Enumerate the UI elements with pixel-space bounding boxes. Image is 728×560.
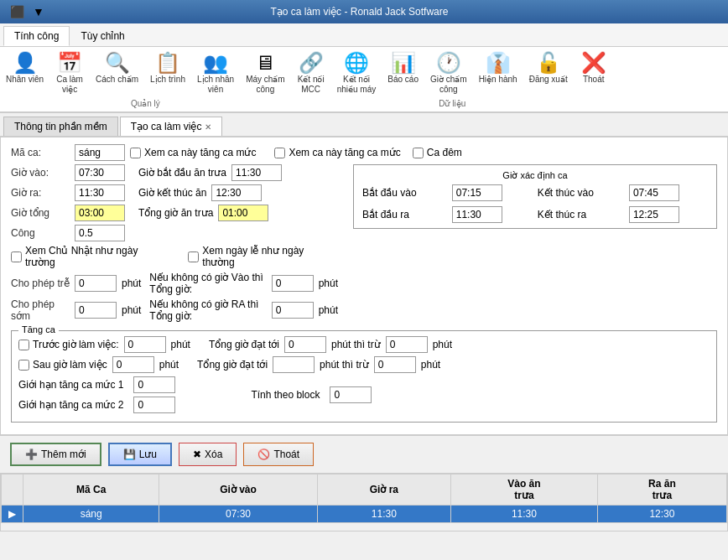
ribbon-nhanvien[interactable]: 👤 Nhân viên bbox=[0, 50, 49, 97]
check-saugio[interactable] bbox=[18, 360, 29, 371]
maychamcong-icon: 🖥 bbox=[255, 53, 275, 73]
quick-access-toolbar[interactable]: ⬛ ▼ bbox=[7, 3, 48, 20]
check-ngayle[interactable] bbox=[188, 251, 199, 262]
tab-thongtin[interactable]: Thông tin phần mềm bbox=[3, 117, 118, 136]
check-truocgio[interactable] bbox=[18, 340, 29, 350]
check-ngayle-label[interactable]: Xem ngày lễ như ngày thường bbox=[188, 245, 338, 268]
xoa-button[interactable]: ✖ Xóa bbox=[179, 443, 237, 466]
saugio-truval[interactable] bbox=[374, 356, 416, 373]
qa-dropdown[interactable]: ▼ bbox=[29, 3, 48, 20]
data-table-wrapper: Mã Ca Giờ vào Giờ ra Vào ăntrưa Ra ăntrư… bbox=[0, 473, 728, 531]
giovao-input[interactable] bbox=[75, 164, 125, 181]
giotong-label: Giờ tổng bbox=[11, 207, 70, 219]
saugio-tonggiolabel: Tổng giờ đạt tới bbox=[197, 359, 268, 371]
tonggioantrua-input[interactable] bbox=[218, 205, 268, 221]
chophepsom-unit: phút bbox=[122, 304, 141, 316]
row-maca: Mã ca: Xem ca này tăng ca mức Xem ca này… bbox=[11, 144, 717, 161]
tab-tuychon[interactable]: Tùy chỉnh bbox=[70, 26, 135, 46]
batdauvao-input[interactable] bbox=[452, 184, 502, 201]
chophepsom-val2[interactable] bbox=[272, 302, 314, 319]
app-title: Tạo ca làm việc - Ronald Jack Sotfware bbox=[270, 6, 448, 18]
chopheptre-unit: phút bbox=[122, 277, 141, 289]
ribbon-ketnoi-mcc[interactable]: 🔗 Kết nốiMCC bbox=[291, 50, 331, 97]
giotong-input[interactable] bbox=[75, 205, 125, 221]
ribbon-ketnoi-nhieu-label: Kết nốinhiều máy bbox=[337, 75, 377, 95]
chopheptre-val2[interactable] bbox=[272, 275, 314, 292]
ribbon-baocao[interactable]: 📊 Báo cáo bbox=[382, 50, 424, 97]
row-gioi-han: Giới hạn tăng ca mức 1 Giới hạn tăng ca … bbox=[18, 376, 710, 417]
check-chunhat-label[interactable]: Xem Chủ Nhật như ngày trường bbox=[11, 245, 169, 268]
chopheptre-unit2: phút bbox=[319, 277, 338, 289]
giobatdauan-label: Giờ bắt đầu ăn trưa bbox=[138, 167, 226, 179]
check-cadem[interactable] bbox=[413, 148, 424, 158]
qa-icon[interactable]: ⬛ bbox=[7, 3, 28, 20]
chophepsom-input[interactable] bbox=[75, 302, 117, 319]
chophepsom-unit2: phút bbox=[319, 304, 338, 316]
thoat-button[interactable]: 🚫 Thoát bbox=[243, 443, 314, 466]
ribbon-maychamcong[interactable]: 🖥 Máy chấmcông bbox=[240, 50, 291, 97]
gio-xac-dinh-title: Giờ xác định ca bbox=[362, 170, 708, 181]
cong-input[interactable] bbox=[75, 225, 125, 241]
giora-input[interactable] bbox=[75, 184, 125, 201]
giora-label: Giờ ra: bbox=[11, 187, 70, 199]
batdaura-input[interactable] bbox=[452, 206, 502, 223]
saugio-tongval[interactable] bbox=[273, 356, 315, 373]
gioketthucn-label: Giờ kết thúc ăn bbox=[138, 187, 206, 199]
saugio-label: Sau giờ làm việc bbox=[33, 359, 107, 371]
check-tangca2[interactable] bbox=[274, 148, 285, 158]
group-dulieu-label: Dữ liệu bbox=[291, 99, 614, 108]
ribbon-gio-cham-cong[interactable]: 🕐 Giờ chấmcông bbox=[424, 50, 473, 97]
gioketthucn-input[interactable] bbox=[211, 184, 262, 201]
check-chunhat[interactable] bbox=[11, 251, 22, 262]
kethucra-label: Kết thúc ra bbox=[538, 209, 622, 220]
truocgio-input[interactable] bbox=[124, 336, 166, 353]
ribbon-ketnoi-mcc-label: Kết nốiMCC bbox=[298, 75, 325, 95]
gioihan2-input[interactable] bbox=[133, 397, 175, 413]
them-moi-button[interactable]: ➕ Thêm mới bbox=[10, 443, 101, 466]
tinhtheoblock-input[interactable] bbox=[330, 386, 372, 403]
tab-tinhtong[interactable]: Tính công bbox=[3, 26, 70, 46]
maca-input[interactable] bbox=[75, 144, 125, 161]
col-maca: Mã Ca bbox=[23, 474, 159, 506]
ribbon-dangxuat[interactable]: 🔓 Đăng xuất bbox=[523, 50, 574, 97]
lichnhanvien-icon: 👥 bbox=[203, 53, 228, 73]
form-area: Mã ca: Xem ca này tăng ca mức Xem ca này… bbox=[0, 137, 728, 435]
ribbon-calamviec[interactable]: 📅 Ca làmviệc bbox=[49, 50, 90, 97]
truocgio-label: Trước giờ làm việc: bbox=[33, 339, 119, 350]
tangca-title: Tăng ca bbox=[18, 324, 59, 334]
truocgio-truval[interactable] bbox=[386, 336, 428, 353]
check-tangca1-label[interactable]: Xem ca này tăng ca mức bbox=[130, 147, 256, 158]
kethucvao-input[interactable] bbox=[629, 184, 679, 201]
ribbon-cachcham[interactable]: 🔍 Cách chấm bbox=[90, 50, 144, 97]
ribbon-thoat[interactable]: ❌ Thoát bbox=[574, 50, 614, 97]
gioihan1-input[interactable] bbox=[133, 376, 175, 393]
right-column: Giờ xác định ca Bắt đầu vào Kết thúc vào… bbox=[346, 164, 717, 325]
ribbon-ketnoi-nhieu[interactable]: 🌐 Kết nốinhiều máy bbox=[331, 50, 382, 97]
ribbon-hienhanh[interactable]: 👔 Hiện hành bbox=[473, 50, 523, 97]
giobatdauan-input[interactable] bbox=[231, 164, 282, 181]
tab-thongtin-label: Thông tin phần mềm bbox=[14, 121, 107, 132]
ribbon-cachcham-label: Cách chấm bbox=[96, 75, 138, 85]
data-table: Mã Ca Giờ vào Giờ ra Vào ăntrưa Ra ăntrư… bbox=[1, 474, 727, 523]
table-row[interactable]: ▶ sáng 07:30 11:30 11:30 12:30 bbox=[2, 506, 727, 523]
baocao-icon: 📊 bbox=[391, 53, 416, 73]
cong-label: Công bbox=[11, 227, 70, 239]
truocgio-truunit: phút bbox=[433, 339, 452, 350]
row-tinhtheoblock: Tính theo block bbox=[200, 386, 372, 403]
ribbon-lichnhanvien[interactable]: 👥 Lịch nhânviên bbox=[191, 50, 240, 97]
luu-button[interactable]: 💾 Lưu bbox=[108, 443, 172, 466]
xoa-label: Xóa bbox=[205, 449, 222, 460]
truocgio-tongval[interactable] bbox=[284, 336, 326, 353]
tab-taoca-close[interactable]: ✕ bbox=[205, 122, 211, 132]
saugio-input[interactable] bbox=[112, 356, 154, 373]
check-tangca1[interactable] bbox=[130, 148, 141, 158]
ribbon-lichtrinh[interactable]: 📋 Lịch trình bbox=[144, 50, 191, 97]
check-tangca2-label[interactable]: Xem ca này tăng ca mức bbox=[274, 147, 400, 158]
check-saugio-label[interactable]: Sau giờ làm việc bbox=[18, 359, 107, 371]
check-truocgio-label[interactable]: Trước giờ làm việc: bbox=[18, 339, 119, 350]
chopheptre-input[interactable] bbox=[75, 275, 117, 292]
check-cadem-label[interactable]: Ca đêm bbox=[413, 147, 462, 158]
them-moi-label: Thêm mới bbox=[41, 449, 86, 460]
tab-taoca[interactable]: Tạo ca làm việc ✕ bbox=[120, 117, 223, 136]
kethucra-input[interactable] bbox=[629, 206, 679, 223]
